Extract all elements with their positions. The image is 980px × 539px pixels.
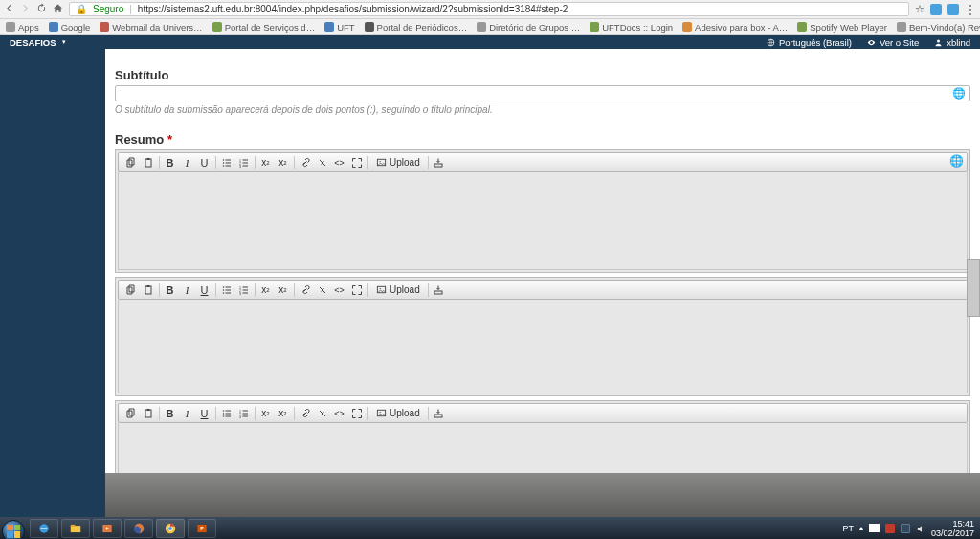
paste-icon[interactable] <box>140 154 157 170</box>
svg-point-6 <box>222 162 224 164</box>
svg-point-51 <box>379 412 380 413</box>
fullscreen-icon[interactable] <box>348 154 366 170</box>
bold-button[interactable]: B <box>162 405 179 421</box>
taskbar-item-media[interactable] <box>93 519 122 538</box>
upload-button[interactable]: Upload <box>370 157 426 168</box>
scrollbar-thumb[interactable] <box>967 259 980 317</box>
bullet-list-icon[interactable] <box>218 154 235 170</box>
bookmark-item[interactable]: Portal de Serviços d… <box>212 22 316 33</box>
paste-icon[interactable] <box>140 405 157 421</box>
taskbar-item-explorer[interactable] <box>61 519 90 538</box>
underline-button[interactable]: U <box>196 405 213 421</box>
code-icon[interactable]: <> <box>331 405 348 421</box>
bookmark-star-icon[interactable]: ☆ <box>915 3 924 15</box>
extension-icon[interactable] <box>930 4 942 15</box>
subscript-icon[interactable]: x2 <box>275 405 292 421</box>
back-icon[interactable] <box>4 3 14 15</box>
volume-icon[interactable] <box>916 524 925 533</box>
code-icon[interactable]: <> <box>331 281 348 298</box>
upload-button[interactable]: Upload <box>370 408 426 418</box>
journal-title[interactable]: DESAFIOS <box>10 37 56 48</box>
globe-icon[interactable]: 🌐 <box>952 87 966 100</box>
superscript-icon[interactable]: x2 <box>257 281 275 298</box>
language-switch[interactable]: Português (Brasil) <box>767 37 852 48</box>
fullscreen-icon[interactable] <box>348 405 366 421</box>
taskbar-item-ie[interactable] <box>30 519 58 538</box>
home-icon[interactable] <box>53 3 63 15</box>
user-menu[interactable]: xblind <box>934 37 970 48</box>
insert-button[interactable] <box>431 281 448 298</box>
forward-icon[interactable] <box>20 3 31 15</box>
editor-toolbar: B I U 123 x2 x2 <> Upload <box>118 280 968 300</box>
number-list-icon[interactable]: 123 <box>235 405 253 421</box>
number-list-icon[interactable]: 123 <box>235 154 253 170</box>
apps-button[interactable]: Apps <box>6 22 39 33</box>
tray-icon[interactable] <box>901 524 910 533</box>
address-bar[interactable]: 🔒 Seguro | https://sistemas2.uft.edu.br:… <box>69 2 909 16</box>
link-icon[interactable] <box>297 154 314 170</box>
unlink-icon[interactable] <box>314 281 331 298</box>
taskbar-item-firefox[interactable] <box>124 519 153 538</box>
fullscreen-icon[interactable] <box>348 281 366 298</box>
code-icon[interactable]: <> <box>331 154 348 170</box>
italic-button[interactable]: I <box>179 281 196 298</box>
bookmark-item[interactable]: Diretório de Grupos … <box>477 22 580 33</box>
image-icon <box>376 157 387 168</box>
italic-button[interactable]: I <box>179 154 196 170</box>
reload-icon[interactable] <box>36 3 47 15</box>
extension-icon[interactable] <box>947 4 959 15</box>
editor-area[interactable] <box>118 300 968 393</box>
superscript-icon[interactable]: x2 <box>257 154 275 170</box>
rich-editor: B I U 123 x2 x2 <> Upload <box>115 277 970 396</box>
link-icon[interactable] <box>297 281 314 298</box>
link-icon[interactable] <box>297 405 314 421</box>
unlink-icon[interactable] <box>314 154 331 170</box>
copy-icon[interactable] <box>122 405 140 421</box>
insert-button[interactable] <box>431 405 448 421</box>
bookmark-item[interactable]: UFT <box>324 22 354 33</box>
chevron-down-icon[interactable]: ▾ <box>62 38 66 46</box>
clock[interactable]: 15:41 03/02/2017 <box>931 519 974 538</box>
bullet-list-icon[interactable] <box>218 405 235 421</box>
bold-button[interactable]: B <box>162 154 179 170</box>
bookmark-item[interactable]: Webmail da Univers… <box>100 22 202 33</box>
bold-button[interactable]: B <box>162 281 179 298</box>
bookmark-item[interactable]: Google <box>49 22 91 33</box>
svg-rect-20 <box>146 285 149 287</box>
subscript-icon[interactable]: x2 <box>275 281 292 298</box>
svg-rect-11 <box>242 159 248 160</box>
tray-expand-icon[interactable]: ▴ <box>859 524 863 532</box>
flag-icon[interactable] <box>869 524 880 532</box>
insert-button[interactable] <box>431 154 448 170</box>
paste-icon[interactable] <box>140 281 157 298</box>
italic-button[interactable]: I <box>179 405 196 421</box>
tray-icon[interactable] <box>885 524 895 533</box>
taskbar-item-powerpoint[interactable]: P <box>188 519 216 538</box>
lang-indicator[interactable]: PT <box>842 524 854 533</box>
subscript-icon[interactable]: x2 <box>275 154 292 170</box>
subtitle-help: O subtítulo da submissão aparecerá depoi… <box>115 104 970 115</box>
svg-rect-45 <box>242 410 248 411</box>
bookmark-item[interactable]: Adesivo para box - A… <box>682 22 788 33</box>
bookmark-item[interactable]: Portal de Periódicos… <box>365 22 468 33</box>
bookmark-item[interactable]: Spotify Web Player <box>797 22 887 33</box>
bookmark-item[interactable]: Bem-Vindo(a) Reven… <box>897 22 980 33</box>
superscript-icon[interactable]: x2 <box>257 405 275 421</box>
taskbar-item-chrome[interactable] <box>156 519 185 538</box>
view-site-link[interactable]: Ver o Site <box>867 37 919 48</box>
content-area: Subtítulo 🌐 O subtítulo da submissão apa… <box>105 49 980 522</box>
unlink-icon[interactable] <box>314 405 331 421</box>
copy-icon[interactable] <box>122 154 140 170</box>
copy-icon[interactable] <box>122 281 140 298</box>
bullet-list-icon[interactable] <box>218 281 235 298</box>
number-list-icon[interactable]: 123 <box>235 281 253 298</box>
editor-area[interactable] <box>118 172 968 270</box>
bookmark-item[interactable]: UFTDocs :: Login <box>590 22 673 33</box>
globe-icon[interactable]: 🌐 <box>949 154 964 168</box>
start-button[interactable] <box>2 516 27 540</box>
subtitle-input[interactable]: 🌐 <box>115 85 970 101</box>
svg-rect-7 <box>225 162 231 163</box>
upload-button[interactable]: Upload <box>370 284 426 295</box>
underline-button[interactable]: U <box>196 281 213 298</box>
underline-button[interactable]: U <box>196 154 213 170</box>
